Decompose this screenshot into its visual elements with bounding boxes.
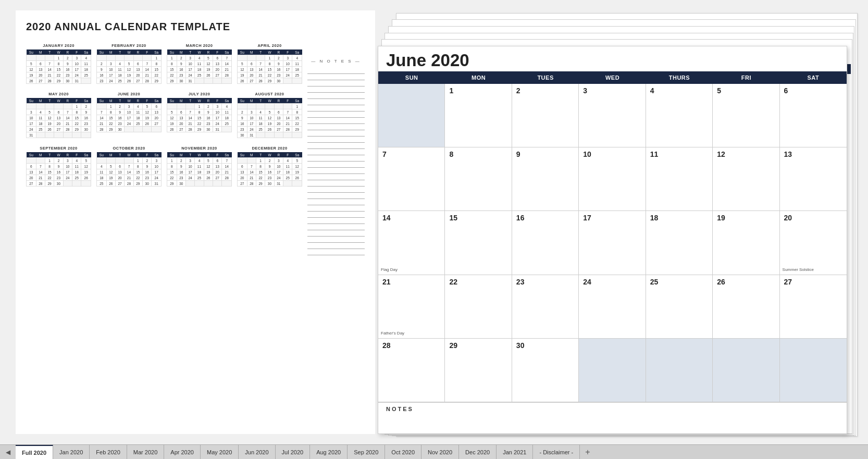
monthly-stack: January 2020 SUN MON TUES WED THURS FRI … bbox=[383, 10, 852, 434]
tab-apr-2020[interactable]: Apr 2020 bbox=[164, 445, 201, 459]
june-day-29: 29 bbox=[445, 339, 512, 402]
june-week-4: 282930 bbox=[378, 339, 847, 402]
tabs-container: Full 2020Jan 2020Feb 2020Mar 2020Apr 202… bbox=[16, 445, 580, 459]
june-day-26: 26 bbox=[713, 275, 779, 338]
june-header-sun: SUN bbox=[378, 71, 445, 84]
tab-nov-2020[interactable]: Nov 2020 bbox=[421, 445, 459, 459]
june-day-13: 13 bbox=[780, 147, 847, 210]
june-day-22: 22 bbox=[445, 275, 512, 338]
notes-lines bbox=[307, 68, 365, 255]
june-day-30: 30 bbox=[512, 339, 579, 402]
months-grid: JANUARY 2020SuMTWRFSa1234567891011121314… bbox=[26, 43, 302, 187]
tab-mar-2020[interactable]: Mar 2020 bbox=[127, 445, 164, 459]
content-area: 2020 ANNUAL CALENDAR TEMPLATE JANUARY 20… bbox=[0, 0, 868, 444]
june-day-8: 8 bbox=[445, 147, 512, 210]
june-day-empty bbox=[646, 339, 713, 402]
june-day-empty bbox=[579, 339, 646, 402]
mini-calendar-july-2020: JULY 2020SuMTWRFSa1234567891011121314151… bbox=[167, 92, 232, 138]
event-flag-day: Flag Day bbox=[381, 267, 398, 272]
notes-label-annual: — N O T E S — bbox=[307, 59, 365, 64]
tab-aug-2020[interactable]: Aug 2020 bbox=[310, 445, 348, 459]
june-day-18: 18 bbox=[646, 211, 713, 274]
june-day-6: 6 bbox=[780, 84, 847, 147]
june-day-2: 2 bbox=[512, 84, 579, 147]
june-day-12: 12 bbox=[713, 147, 779, 210]
tab-jan-2021[interactable]: Jan 2021 bbox=[497, 445, 533, 459]
june-header-thurs: THURS bbox=[646, 71, 713, 84]
mini-calendar-june-2020: JUNE 2020SuMTWRFSa1234567891011121314151… bbox=[96, 92, 162, 138]
june-day-16: 16 bbox=[512, 211, 579, 274]
june-day-20: 20Summer Solstice bbox=[780, 211, 847, 274]
june-day-24: 24 bbox=[579, 275, 646, 338]
june-day-27: 27 bbox=[780, 275, 847, 338]
tab-sep-2020[interactable]: Sep 2020 bbox=[348, 445, 385, 459]
june-day-19: 19 bbox=[713, 211, 779, 274]
app-container: 2020 ANNUAL CALENDAR TEMPLATE JANUARY 20… bbox=[0, 0, 868, 459]
june-day-11: 11 bbox=[646, 147, 713, 210]
spreadsheet-area: 2020 ANNUAL CALENDAR TEMPLATE JANUARY 20… bbox=[0, 0, 868, 459]
june-day-10: 10 bbox=[579, 147, 646, 210]
tab-oct-2020[interactable]: Oct 2020 bbox=[385, 445, 421, 459]
june-notes-label: NOTES bbox=[386, 406, 839, 412]
annual-title: 2020 ANNUAL CALENDAR TEMPLATE bbox=[26, 21, 365, 33]
june-header-sat: SAT bbox=[780, 71, 847, 84]
june-card: June 2020 SUNMONTUESWEDTHURSFRISAT 12345… bbox=[378, 46, 847, 434]
mini-calendar-august-2020: AUGUST 2020SuMTWRFSa12345678910111213141… bbox=[237, 92, 302, 138]
june-day-empty bbox=[378, 84, 445, 147]
june-day-4: 4 bbox=[646, 84, 713, 147]
event-summer-solstice: Summer Solstice bbox=[783, 267, 814, 272]
mini-calendar-may-2020: MAY 2020SuMTWRFSa12345678910111213141516… bbox=[26, 92, 91, 138]
june-day-25: 25 bbox=[646, 275, 713, 338]
june-notes: NOTES bbox=[378, 402, 847, 433]
june-day-1: 1 bbox=[445, 84, 512, 147]
notes-column: — N O T E S — bbox=[307, 43, 365, 255]
june-header-wed: WED bbox=[579, 71, 646, 84]
june-day-7: 7 bbox=[378, 147, 445, 210]
june-header-mon: MON bbox=[445, 71, 512, 84]
june-day-15: 15 bbox=[445, 211, 512, 274]
june-day-9: 9 bbox=[512, 147, 579, 210]
june-day-14: 14Flag Day bbox=[378, 211, 445, 274]
june-day-23: 23 bbox=[512, 275, 579, 338]
june-day-empty bbox=[713, 339, 779, 402]
mini-calendar-april-2020: APRIL 2020SuMTWRFSa123456789101112131415… bbox=[237, 43, 302, 84]
june-header-tues: TUES bbox=[512, 71, 579, 84]
june-day-3: 3 bbox=[579, 84, 646, 147]
june-day-17: 17 bbox=[579, 211, 646, 274]
mini-calendar-october-2020: OCTOBER 2020SuMTWRFSa1234567891011121314… bbox=[96, 146, 162, 187]
tab-full-2020[interactable]: Full 2020 bbox=[16, 445, 53, 459]
june-week-3: 21Father's Day222324252627 bbox=[378, 275, 847, 339]
tab-jan-2020[interactable]: Jan 2020 bbox=[53, 445, 90, 459]
june-title: June 2020 bbox=[378, 46, 847, 71]
event-father's-day: Father's Day bbox=[381, 331, 404, 336]
june-day-28: 28 bbox=[378, 339, 445, 402]
tab-may-2020[interactable]: May 2020 bbox=[201, 445, 239, 459]
june-week-0: 123456 bbox=[378, 84, 847, 147]
tab-jul-2020[interactable]: Jul 2020 bbox=[276, 445, 311, 459]
tab--disclaimer-[interactable]: - Disclaimer - bbox=[533, 445, 580, 459]
june-day-5: 5 bbox=[713, 84, 779, 147]
annual-overview: 2020 ANNUAL CALENDAR TEMPLATE JANUARY 20… bbox=[16, 10, 375, 434]
mini-calendar-september-2020: SEPTEMBER 2020SuMTWRFSa12345678910111213… bbox=[26, 146, 91, 187]
june-week-2: 14Flag Day151617181920Summer Solstice bbox=[378, 211, 847, 275]
tab-dec-2020[interactable]: Dec 2020 bbox=[459, 445, 497, 459]
mini-calendar-february-2020: FEBRUARY 2020SuMTWRFSa123456789101112131… bbox=[96, 43, 162, 84]
june-header-fri: FRI bbox=[713, 71, 779, 84]
tab-jun-2020[interactable]: Jun 2020 bbox=[239, 445, 275, 459]
mini-calendar-december-2020: DECEMBER 2020SuMTWRFSa123456789101112131… bbox=[237, 146, 302, 187]
june-header-row: SUNMONTUESWEDTHURSFRISAT bbox=[378, 71, 847, 84]
mini-calendar-november-2020: NOVEMBER 2020SuMTWRFSa123456789101112131… bbox=[167, 146, 232, 187]
tab-scroll-left[interactable]: ◀ bbox=[0, 445, 16, 459]
june-day-empty bbox=[780, 339, 847, 402]
june-day-21: 21Father's Day bbox=[378, 275, 445, 338]
tab-bar: ◀ Full 2020Jan 2020Feb 2020Mar 2020Apr 2… bbox=[0, 444, 868, 459]
add-tab-button[interactable]: + bbox=[580, 445, 595, 459]
mini-calendar-january-2020: JANUARY 2020SuMTWRFSa1234567891011121314… bbox=[26, 43, 91, 84]
june-week-1: 78910111213 bbox=[378, 147, 847, 211]
june-body: 1234567891011121314Flag Day151617181920S… bbox=[378, 84, 847, 402]
mini-calendar-march-2020: MARCH 2020SuMTWRFSa123456789101112131415… bbox=[167, 43, 232, 84]
tab-feb-2020[interactable]: Feb 2020 bbox=[90, 445, 127, 459]
